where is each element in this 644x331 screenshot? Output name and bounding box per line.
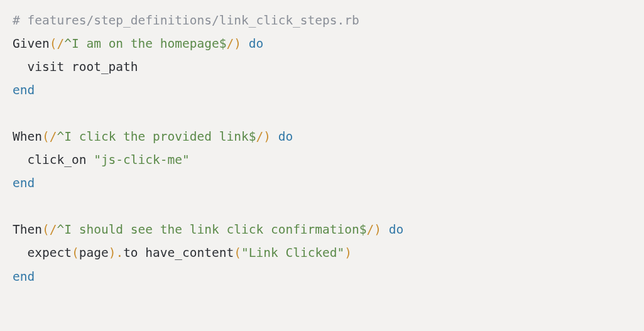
code-token: do: [249, 36, 263, 51]
code-token: ).: [109, 246, 123, 260]
code-token: to have_content: [123, 246, 234, 260]
code-token: Given: [13, 36, 50, 51]
code-token: ^I am on the homepage$: [64, 36, 226, 51]
code-token: (/: [42, 222, 57, 237]
code-line: end: [13, 269, 35, 284]
code-line: end: [13, 176, 35, 190]
code-token: ): [344, 246, 352, 260]
code-token: "Link Clicked": [241, 246, 344, 260]
code-token: (/: [42, 129, 57, 144]
code-token: [381, 222, 389, 237]
code-line: visit root_path: [13, 60, 138, 74]
code-token: do: [278, 129, 293, 144]
code-token: end: [13, 83, 35, 97]
code-token: "js-click-me": [94, 153, 190, 167]
code-line: expect(page).to have_content("Link Click…: [13, 246, 352, 260]
code-token: visit root_path: [13, 60, 138, 74]
code-line: Given(/^I am on the homepage$/) do: [13, 36, 263, 51]
code-block: # features/step_definitions/link_click_s…: [13, 9, 631, 288]
code-token: /): [256, 129, 270, 144]
code-token: expect: [13, 246, 72, 260]
code-line: end: [13, 83, 35, 97]
code-token: end: [13, 269, 35, 284]
code-token: ^I click the provided link$: [57, 129, 256, 144]
code-token: page: [79, 246, 109, 260]
code-token: end: [13, 176, 35, 190]
code-token: (: [72, 246, 79, 260]
code-token: (: [234, 246, 241, 260]
code-token: /): [367, 222, 381, 237]
code-token: ^I should see the link click confirmatio…: [57, 222, 366, 237]
code-token: (/: [50, 36, 64, 51]
code-token: Then: [13, 222, 42, 237]
code-token: click_on: [13, 153, 94, 167]
code-line: click_on "js-click-me": [13, 153, 190, 167]
code-token: /): [226, 36, 241, 51]
code-token: [241, 36, 249, 51]
code-token: [271, 129, 278, 144]
code-token: When: [13, 129, 42, 144]
code-line: When(/^I click the provided link$/) do: [13, 129, 293, 144]
code-token: # features/step_definitions/link_click_s…: [13, 13, 359, 28]
code-line: Then(/^I should see the link click confi…: [13, 222, 403, 237]
code-line: # features/step_definitions/link_click_s…: [13, 13, 359, 28]
code-token: do: [389, 222, 403, 237]
